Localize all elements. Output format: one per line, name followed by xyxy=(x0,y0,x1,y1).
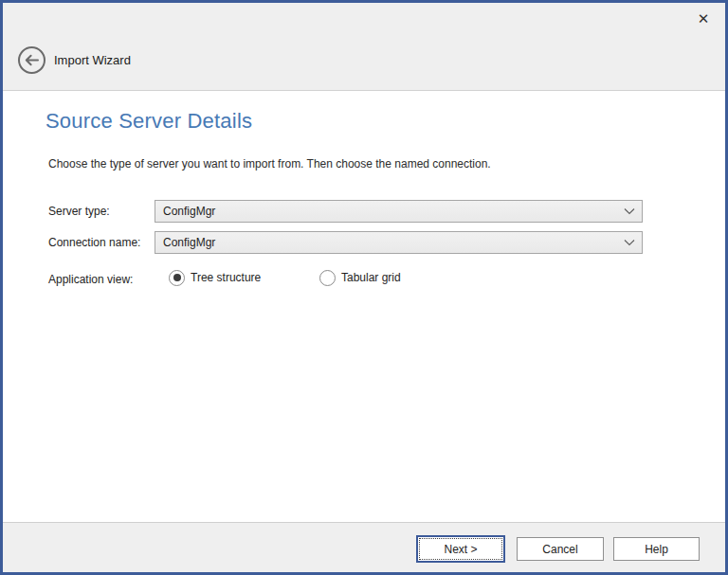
radio-selected-icon xyxy=(169,270,185,286)
wizard-footer: Next > Cancel Help xyxy=(3,522,725,572)
radio-label: Tree structure xyxy=(191,271,261,284)
cancel-button[interactable]: Cancel xyxy=(517,537,604,561)
connection-name-label: Connection name: xyxy=(48,231,140,254)
page-title: Source Server Details xyxy=(46,109,252,134)
next-button[interactable]: Next > xyxy=(416,535,505,563)
import-wizard-window: ✕ Import Wizard Source Server Details Ch… xyxy=(0,0,728,575)
radio-unselected-icon xyxy=(319,270,336,286)
radio-tabular-grid[interactable]: Tabular grid xyxy=(319,269,401,286)
help-button[interactable]: Help xyxy=(613,537,700,561)
server-type-value: ConfigMgr xyxy=(163,205,215,218)
page-description: Choose the type of server you want to im… xyxy=(48,157,491,171)
back-arrow-icon xyxy=(17,45,46,75)
wizard-title: Import Wizard xyxy=(54,45,131,75)
radio-tree-structure[interactable]: Tree structure xyxy=(169,269,261,286)
chevron-down-icon xyxy=(624,207,635,215)
wizard-page: Source Server Details Choose the type of… xyxy=(3,92,725,522)
application-view-label: Application view: xyxy=(48,272,133,288)
server-type-select[interactable]: ConfigMgr xyxy=(155,200,643,223)
connection-name-value: ConfigMgr xyxy=(163,236,215,249)
back-button[interactable] xyxy=(17,45,46,75)
close-icon: ✕ xyxy=(698,10,710,27)
radio-label: Tabular grid xyxy=(341,271,401,284)
connection-name-select[interactable]: ConfigMgr xyxy=(155,231,643,254)
close-button[interactable]: ✕ xyxy=(689,6,718,32)
chevron-down-icon xyxy=(624,239,635,246)
wizard-header: ✕ Import Wizard xyxy=(3,3,725,91)
server-type-label: Server type: xyxy=(48,200,110,223)
